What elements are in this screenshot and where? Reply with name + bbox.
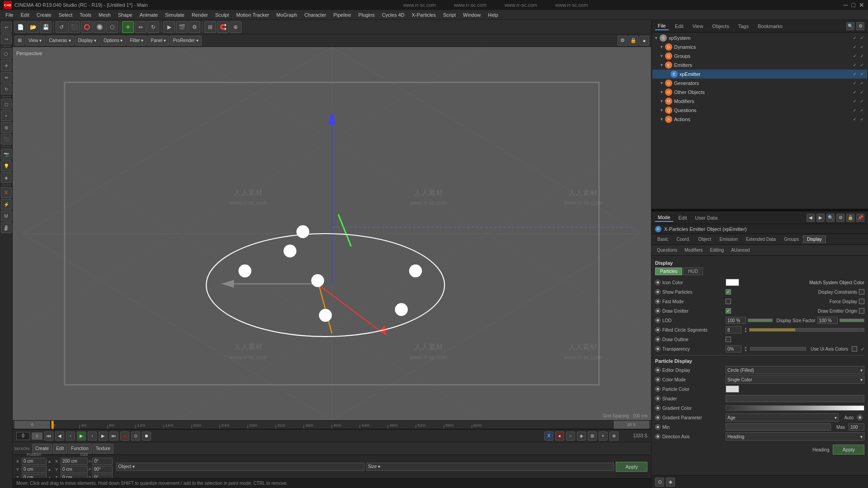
pst-questions[interactable]: Questions — [653, 247, 681, 253]
vt-display[interactable]: Display ▾ — [75, 36, 100, 46]
obj-vis-Dynamics[interactable]: ✓ — [852, 44, 858, 50]
draw-emitter-origin-checkbox[interactable] — [859, 308, 864, 314]
tb-cylinder[interactable]: 🔘 — [94, 21, 105, 33]
tb-new[interactable]: 📄 — [14, 21, 26, 33]
ph-search[interactable]: 🔍 — [826, 214, 835, 222]
obj-render-Groups[interactable]: ✓ — [859, 53, 865, 59]
tb-undo-hist[interactable]: ↺ — [56, 21, 67, 33]
menu-tools[interactable]: Tools — [76, 11, 95, 19]
menu-mesh[interactable]: Mesh — [95, 11, 114, 19]
prop-radio-draw-outline[interactable] — [655, 337, 660, 342]
tb-ipr[interactable]: 🎬 — [176, 21, 188, 33]
vt-cameras[interactable]: Cameras ▾ — [46, 36, 74, 46]
x-pos-input[interactable] — [22, 458, 47, 465]
titlebar-controls[interactable]: ─ □ ✕ — [844, 1, 864, 9]
prop-radio-draw-emitter[interactable] — [655, 308, 660, 314]
om-tab-edit[interactable]: Edit — [672, 23, 686, 30]
particle-color-picker[interactable] — [726, 385, 739, 393]
transparency-up[interactable]: ▲ — [744, 346, 747, 349]
tool-object[interactable]: ◻ — [1, 99, 12, 109]
menu-xparticles[interactable]: X-Particles — [408, 11, 439, 19]
obj-render-Actions[interactable]: ✓ — [859, 116, 865, 122]
menu-animate[interactable]: Animate — [136, 11, 161, 19]
transport-xp4[interactable]: ◈ — [577, 432, 586, 441]
fast-mode-checkbox[interactable] — [726, 299, 731, 304]
transparency-slider[interactable] — [750, 347, 806, 351]
obj-item-Modifiers[interactable]: ▼ M Modifiers ✓ ✓ — [652, 97, 867, 106]
menu-render[interactable]: Render — [188, 11, 212, 19]
menu-help[interactable]: Help — [484, 11, 502, 19]
x-size-input[interactable] — [61, 458, 88, 465]
pst-editing[interactable]: Editing — [707, 247, 728, 253]
om-tab-bookmarks[interactable]: Bookmarks — [755, 23, 785, 30]
obj-item-Emitters[interactable]: ▼ E Emitters ✓ ✓ — [652, 61, 867, 70]
obj-item-Groups[interactable]: ▼ G Groups ✓ ✓ — [652, 52, 867, 61]
obj-vis-Actions[interactable]: ✓ — [852, 116, 858, 122]
obj-expand-Generators[interactable]: ▼ — [660, 81, 665, 85]
prop-radio-particle-color[interactable] — [655, 386, 660, 392]
frame-start-input[interactable] — [16, 432, 30, 440]
tb-polygon[interactable]: ⬡ — [106, 21, 118, 33]
transport-prev-key[interactable]: ◀ — [55, 432, 64, 441]
tool-light[interactable]: 💡 — [1, 160, 12, 171]
tool-mograph[interactable]: M — [1, 211, 12, 221]
maximize-button[interactable]: □ — [852, 1, 855, 9]
minimize-button[interactable]: ─ — [844, 1, 848, 9]
editor-display-dropdown[interactable]: Circle (Filled) ▾ — [726, 366, 864, 374]
obj-render-Questions[interactable]: ✓ — [859, 107, 865, 113]
vt-prorender[interactable]: ProRender ▾ — [170, 36, 202, 46]
prop-radio-auto[interactable] — [857, 415, 863, 420]
tb-scale-tool[interactable]: ⇔ — [135, 21, 146, 33]
force-display-checkbox[interactable] — [859, 299, 864, 304]
tool-xparticles[interactable]: X — [1, 187, 12, 198]
vt-panel[interactable]: Panel ▾ — [147, 36, 169, 46]
menu-mograph[interactable]: MoGraph — [273, 11, 301, 19]
prop-radio-gradient-color[interactable] — [655, 405, 660, 411]
pt-object[interactable]: Object — [694, 235, 715, 243]
close-button[interactable]: ✕ — [859, 1, 864, 9]
menu-create[interactable]: Create — [33, 11, 55, 19]
prop-radio-show-particles[interactable] — [655, 289, 660, 295]
props-footer-btn2[interactable]: ◈ — [666, 478, 675, 487]
menu-sculpt[interactable]: Sculpt — [212, 11, 233, 19]
tool-scale[interactable]: ⇔ — [1, 72, 12, 83]
tool-dynamics[interactable]: ⚡ — [1, 199, 12, 210]
menu-edit[interactable]: Edit — [17, 11, 33, 19]
prop-radio-filled-circle[interactable] — [655, 327, 660, 333]
transport-xp7[interactable]: ⊕ — [609, 432, 618, 441]
prop-radio-min[interactable] — [655, 424, 660, 430]
tool-edge[interactable]: ⊞ — [1, 122, 12, 133]
obj-item-OtherObjects[interactable]: ▼ O Other Objects ✓ ✓ — [652, 88, 867, 97]
prop-radio-color-mode[interactable] — [655, 377, 660, 382]
timeline[interactable]: 0 0 40 80 120 160 — [13, 420, 651, 429]
obj-vis-Questions[interactable]: ✓ — [852, 107, 858, 113]
obj-render-Generators[interactable]: ✓ — [859, 80, 865, 86]
transport-play[interactable]: ▶ — [77, 432, 86, 441]
vt-settings[interactable]: ⚙ — [618, 36, 627, 46]
transport-record-auto[interactable]: ⏺ — [142, 432, 151, 441]
draw-outline-checkbox[interactable] — [726, 337, 731, 342]
obj-item-Actions[interactable]: ▼ A Actions ✓ ✓ — [652, 115, 867, 124]
obj-render-OtherObjects[interactable]: ✓ — [859, 89, 865, 95]
transport-record[interactable]: ● — [120, 432, 129, 441]
obj-expand-Actions[interactable]: ▼ — [660, 117, 665, 122]
transport-xp6[interactable]: ⌖ — [599, 432, 608, 441]
ph-tab-userdata[interactable]: User Data — [693, 214, 721, 221]
obj-vis-Modifiers[interactable]: ✓ — [852, 98, 858, 104]
x-pos-arrow[interactable]: ▲ — [47, 459, 52, 464]
shader-field[interactable] — [726, 395, 864, 402]
y-pos-input[interactable] — [22, 466, 47, 473]
display-size-slider[interactable] — [840, 319, 864, 322]
tool-camera[interactable]: 📷 — [1, 149, 12, 160]
obj-expand-Questions[interactable]: ▼ — [660, 108, 665, 113]
vt-options[interactable]: Options ▾ — [100, 36, 126, 46]
om-tab-tags[interactable]: Tags — [736, 23, 751, 30]
filled-circle-up[interactable]: ▲ — [744, 327, 747, 330]
tb-cube[interactable]: ⬛ — [68, 21, 80, 33]
obj-item-xpEmitter[interactable]: E xpEmitter ✓ ✓ — [652, 70, 867, 79]
menu-script[interactable]: Script — [439, 11, 459, 19]
obj-item-xpSystem[interactable]: ▼ S xpSystem ✓ ✓ — [652, 33, 867, 42]
min-field[interactable] — [726, 423, 831, 431]
ph-tab-mode[interactable]: Mode — [655, 214, 673, 222]
pt-groups[interactable]: Groups — [780, 235, 803, 243]
